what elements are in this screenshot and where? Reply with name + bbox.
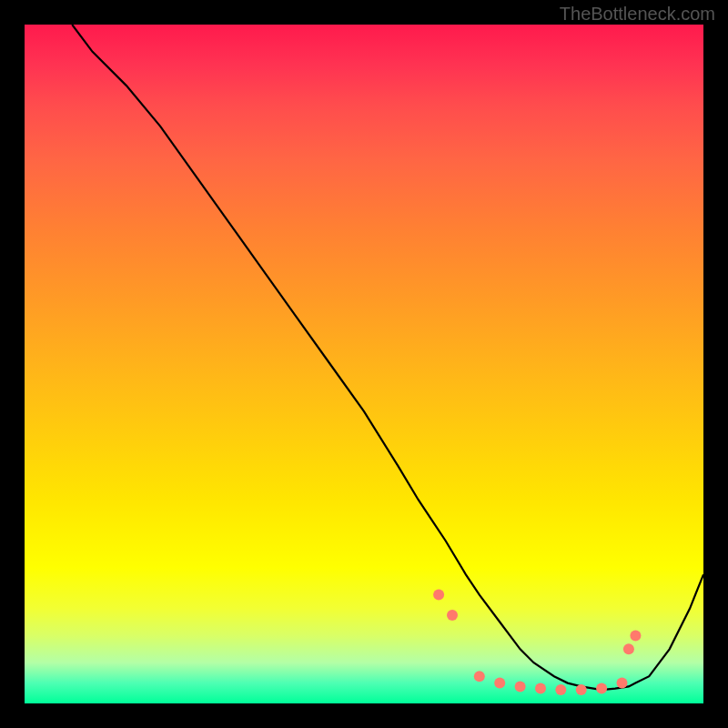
watermark-text: TheBottleneck.com: [560, 4, 715, 25]
chart-plot-area: [25, 25, 703, 703]
data-dot: [474, 671, 485, 682]
curve-svg: [25, 25, 703, 703]
bottleneck-curve: [72, 25, 703, 690]
data-dot: [623, 643, 634, 654]
data-dot: [535, 683, 546, 694]
data-dots: [433, 590, 641, 696]
data-dot: [576, 684, 587, 695]
data-dot: [596, 683, 607, 694]
data-dot: [515, 681, 526, 692]
data-dot: [617, 678, 628, 689]
data-dot: [433, 590, 444, 601]
data-dot: [555, 684, 566, 695]
data-dot: [494, 678, 505, 689]
data-dot: [630, 630, 641, 641]
data-dot: [447, 610, 458, 621]
